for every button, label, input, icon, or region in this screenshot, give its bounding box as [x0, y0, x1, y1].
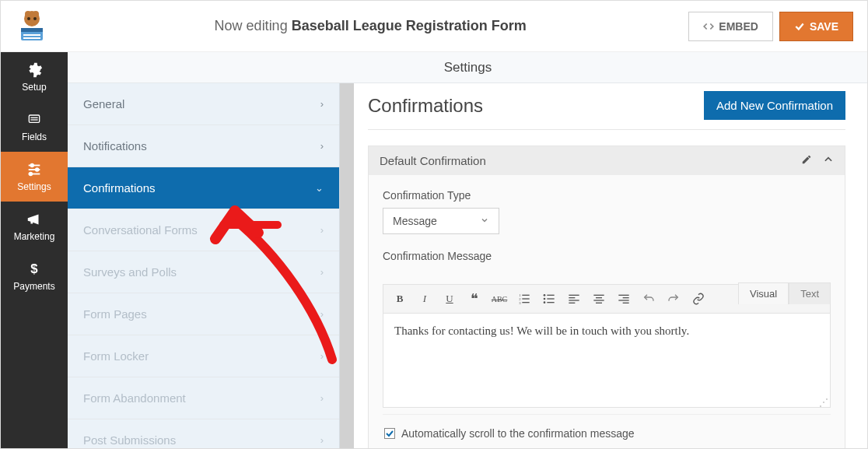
select-value: Message — [393, 215, 437, 227]
editor-content[interactable]: Thanks for contacting us! We will be in … — [383, 314, 830, 399]
align-center-button[interactable] — [589, 289, 609, 308]
resize-grip-icon[interactable]: ⋰ — [383, 399, 830, 407]
sidebar-item-label: Surveys and Polls — [83, 265, 177, 279]
svg-point-13 — [30, 164, 33, 167]
chevron-down-icon — [480, 215, 489, 227]
align-right-button[interactable] — [614, 289, 634, 308]
pencil-icon[interactable] — [801, 154, 812, 167]
sidebar-item-label: Notifications — [83, 139, 147, 153]
blockquote-button[interactable]: ❝ — [464, 289, 485, 308]
chevron-right-icon: › — [320, 308, 324, 320]
panel-header[interactable]: Default Confirmation — [369, 146, 845, 175]
gear-icon — [26, 61, 43, 79]
app-logo — [15, 9, 49, 44]
redo-button[interactable] — [663, 289, 684, 308]
auto-scroll-row[interactable]: Automatically scroll to the confirmation… — [383, 414, 831, 443]
svg-rect-11 — [30, 119, 37, 120]
list-icon — [26, 111, 43, 128]
unordered-list-button[interactable] — [539, 289, 559, 308]
svg-point-3 — [27, 17, 30, 20]
sidebar-item-form-locker[interactable]: Form Locker › — [68, 335, 339, 377]
svg-point-17 — [30, 173, 33, 176]
nav-item-marketing[interactable]: Marketing — [1, 202, 68, 251]
confirmation-type-select[interactable]: Message — [383, 208, 499, 234]
settings-title: Settings — [68, 60, 868, 75]
sidebar-item-form-pages[interactable]: Form Pages › — [68, 293, 339, 335]
svg-rect-7 — [23, 34, 40, 36]
svg-point-1 — [25, 11, 31, 17]
chevron-up-icon[interactable] — [823, 154, 834, 167]
nav-label: Payments — [13, 281, 54, 292]
page-title: Now editing Baseball League Registration… — [58, 18, 682, 34]
svg-rect-36 — [593, 295, 604, 296]
svg-rect-34 — [569, 300, 579, 300]
link-button[interactable] — [688, 289, 709, 308]
svg-rect-43 — [623, 303, 629, 303]
sidebar-item-surveys-polls[interactable]: Surveys and Polls › — [68, 251, 339, 293]
svg-point-4 — [33, 17, 37, 20]
underline-button[interactable]: U — [439, 289, 460, 308]
sidebar-item-confirmations[interactable]: Confirmations ⌄ — [68, 167, 339, 209]
svg-rect-6 — [21, 28, 43, 32]
save-button[interactable]: SAVE — [779, 12, 853, 41]
italic-button[interactable]: I — [415, 289, 435, 308]
main-panel: Confirmations Add New Confirmation Defau… — [354, 52, 867, 448]
nav-item-settings[interactable]: Settings — [1, 152, 68, 202]
editing-prefix: Now editing — [215, 18, 288, 33]
nav-label: Marketing — [14, 231, 55, 242]
left-nav: Setup Fields Settings Marketing $ Paymen… — [1, 52, 68, 448]
bold-button[interactable]: B — [390, 289, 410, 308]
chevron-right-icon: › — [320, 350, 324, 362]
chevron-right-icon: › — [320, 140, 324, 152]
chevron-right-icon: › — [320, 224, 324, 236]
nav-item-payments[interactable]: $ Payments — [1, 251, 68, 301]
svg-rect-29 — [547, 298, 554, 299]
settings-title-bar: Settings — [68, 52, 868, 83]
svg-rect-32 — [569, 295, 579, 296]
main-header: Confirmations Add New Confirmation — [368, 91, 845, 130]
ordered-list-button[interactable]: 123 — [514, 289, 534, 308]
align-left-button[interactable] — [564, 289, 584, 308]
svg-rect-42 — [618, 300, 628, 300]
nav-label: Settings — [17, 181, 51, 192]
settings-list: General › Notifications › Confirmations … — [68, 52, 339, 449]
sidebar-item-label: Post Submissions — [83, 433, 176, 447]
strikethrough-button[interactable]: ABC — [489, 289, 509, 308]
confirmation-message-label: Confirmation Message — [383, 250, 831, 262]
svg-rect-37 — [596, 297, 602, 298]
nav-item-fields[interactable]: Fields — [1, 102, 68, 152]
nav-item-setup[interactable]: Setup — [1, 52, 68, 102]
top-bar: Now editing Baseball League Registration… — [1, 1, 867, 52]
sidebar-item-notifications[interactable]: Notifications › — [68, 125, 339, 167]
tab-visual[interactable]: Visual — [738, 282, 789, 304]
panel-title: Default Confirmation — [380, 154, 486, 167]
chevron-right-icon: › — [320, 392, 324, 404]
sidebar-item-form-abandonment[interactable]: Form Abandonment › — [68, 377, 339, 419]
svg-rect-21 — [522, 295, 529, 296]
sidebar-item-conversational-forms[interactable]: Conversational Forms › — [68, 209, 339, 251]
svg-rect-27 — [547, 295, 554, 296]
add-new-confirmation-button[interactable]: Add New Confirmation — [704, 91, 845, 120]
svg-rect-10 — [30, 118, 37, 118]
svg-rect-40 — [618, 295, 628, 296]
svg-rect-38 — [593, 300, 604, 300]
sidebar-item-label: General — [83, 97, 124, 110]
auto-scroll-checkbox[interactable] — [384, 428, 395, 439]
sidebar-item-post-submissions[interactable]: Post Submissions › — [68, 419, 339, 449]
embed-button[interactable]: EMBED — [688, 12, 773, 41]
svg-rect-41 — [623, 297, 629, 298]
chevron-right-icon: › — [320, 266, 324, 278]
auto-scroll-label: Automatically scroll to the confirmation… — [401, 427, 635, 440]
save-label: SAVE — [810, 20, 838, 33]
sidebar-item-general[interactable]: General › — [68, 83, 339, 125]
svg-rect-33 — [569, 297, 575, 298]
settings-sidebar: Settings General › Notifications › Confi… — [68, 52, 340, 448]
svg-point-30 — [544, 301, 546, 303]
svg-rect-9 — [29, 115, 39, 122]
undo-button[interactable] — [639, 289, 659, 308]
sliders-icon — [26, 161, 43, 178]
dollar-icon: $ — [26, 261, 43, 278]
nav-label: Fields — [22, 132, 47, 142]
column-gutter[interactable] — [340, 52, 354, 448]
tab-text[interactable]: Text — [789, 282, 831, 304]
